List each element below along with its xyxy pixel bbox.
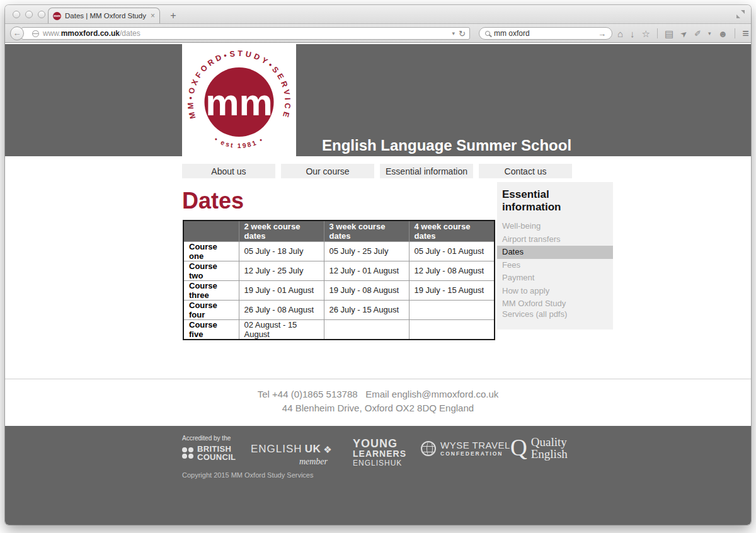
minimize-window-button[interactable] <box>25 11 33 18</box>
row-label: Course two <box>183 261 239 280</box>
contact-tel: Tel +44 (0)1865 513788 <box>258 389 358 399</box>
logo-monogram: mm <box>205 81 273 123</box>
fullscreen-icon[interactable] <box>736 10 745 18</box>
sidebar-item-how-to-apply[interactable]: How to apply <box>497 285 613 298</box>
clipboard-icon[interactable]: ▤ <box>665 29 673 38</box>
zoom-window-button[interactable] <box>38 11 45 18</box>
table-cell: 12 July - 01 August <box>324 261 409 280</box>
search-input[interactable]: mm oxford <box>494 29 594 38</box>
sidebar-item-dates[interactable]: Dates <box>497 246 613 259</box>
nav-item-essential-information[interactable]: Essential information <box>380 164 473 178</box>
row-label: Course three <box>183 280 239 300</box>
nav-item-contact-us[interactable]: Contact us <box>479 164 572 178</box>
site-identity-icon[interactable] <box>32 30 39 37</box>
table-row: Course five 02 August - 15 August <box>183 319 495 340</box>
table-cell: 19 July - 01 August <box>239 280 324 300</box>
essential-information-sidebar: Essential information Well-being Airport… <box>497 182 613 330</box>
site-footer: Accredited by the BRITISH COUNCIL ENGLIS… <box>5 426 751 525</box>
browser-tab[interactable]: mm Dates | MM Oxford Study ... × <box>48 8 160 23</box>
menu-icon[interactable]: ≡ <box>742 27 749 40</box>
sidebar-item-all-pdfs[interactable]: MM Oxford Study Services (all pdfs) <box>497 297 613 321</box>
table-cell: 02 August - 15 August <box>239 319 324 340</box>
wyse-line2: CONFEDERATION <box>440 450 510 457</box>
compose-icon[interactable]: ✐ <box>694 30 701 38</box>
quality-english-line2: English <box>531 448 568 460</box>
english-uk-bold: UK <box>305 443 321 456</box>
contact-address: 44 Blenheim Drive, Oxford OX2 8DQ Englan… <box>5 401 751 415</box>
young-learners-line2: LEARNERS <box>353 449 406 459</box>
send-icon[interactable]: ➤ <box>679 28 689 39</box>
tab-title: Dates | MM Oxford Study ... <box>65 12 147 20</box>
english-uk-diamond-icon: ❖ <box>323 445 332 454</box>
table-cell: 19 July - 15 August <box>409 280 495 300</box>
british-council-logo: Accredited by the BRITISH COUNCIL <box>182 435 236 461</box>
young-learners-logo: YOUNG LEARNERS ENGLISHUK <box>353 438 406 467</box>
course-dates-table: 2 week course dates 3 week course dates … <box>183 220 495 340</box>
table-cell <box>409 300 495 319</box>
column-header-4week: 4 week course dates <box>409 221 495 241</box>
accredited-by-label: Accredited by the <box>182 435 236 442</box>
page-viewport: mm MM•OXFORD•STUDY•SERVICES• • est 1981 … <box>5 43 751 525</box>
row-label: Course five <box>183 319 239 340</box>
contact-line-1: Tel +44 (0)1865 513788 Email english@mmo… <box>5 387 751 401</box>
search-go-icon[interactable]: → <box>598 29 606 38</box>
table-header-row: 2 week course dates 3 week course dates … <box>183 221 495 241</box>
search-bar[interactable]: mm oxford → <box>479 27 612 40</box>
table-cell <box>409 319 495 340</box>
table-cell: 05 July - 25 July <box>324 241 409 261</box>
mm-logo-graphic: mm MM•OXFORD•STUDY•SERVICES• • est 1981 … <box>182 44 296 160</box>
table-cell <box>324 319 409 340</box>
close-window-button[interactable] <box>13 11 20 18</box>
compose-dropdown-icon[interactable]: ▾ <box>708 30 711 37</box>
quality-english-line1: Quality <box>531 436 568 448</box>
english-uk-light: ENGLISH <box>251 443 302 456</box>
tab-close-icon[interactable]: × <box>151 11 155 20</box>
downloads-icon[interactable]: ↓ <box>630 29 635 38</box>
url-path: /dates <box>120 29 140 38</box>
table-cell: 26 July - 15 August <box>324 300 409 319</box>
british-council-dots-icon <box>182 447 193 459</box>
browser-window: mm Dates | MM Oxford Study ... × + ← www… <box>5 5 751 525</box>
toolbar-icons: ⌂ ↓ ☆ ▤ ➤ ✐ ▾ ☻ ≡ <box>617 24 749 43</box>
table-row: Course two 12 July - 25 July 12 July - 0… <box>183 261 495 280</box>
window-controls <box>13 11 45 18</box>
tab-favicon: mm <box>53 12 61 20</box>
url-domain: mmoxford.co.uk <box>61 29 120 38</box>
contact-email: Email english@mmoxford.co.uk <box>365 389 498 399</box>
sidebar-item-airport-transfers[interactable]: Airport transfers <box>497 233 613 246</box>
young-learners-line3: ENGLISHUK <box>353 459 406 467</box>
nav-item-about-us[interactable]: About us <box>182 164 275 178</box>
titlebar: mm Dates | MM Oxford Study ... × + <box>5 5 751 24</box>
content-divider <box>5 379 751 379</box>
english-uk-member: member <box>251 457 328 467</box>
row-label: Course one <box>183 241 239 261</box>
page-title: Dates <box>182 188 244 214</box>
url-dropdown-icon[interactable]: ▾ <box>452 30 455 37</box>
reload-icon[interactable]: ↻ <box>459 29 466 38</box>
row-label: Course four <box>183 300 239 319</box>
sidebar-item-fees[interactable]: Fees <box>497 259 613 272</box>
home-icon[interactable]: ⌂ <box>617 29 623 38</box>
nav-item-our-course[interactable]: Our course <box>281 164 374 178</box>
search-icon[interactable] <box>485 31 490 36</box>
table-cell: 12 July - 25 July <box>239 261 324 280</box>
table-cell: 26 July - 08 August <box>239 300 324 319</box>
table-cell: 05 July - 01 August <box>409 241 495 261</box>
sidebar-item-payment[interactable]: Payment <box>497 272 613 285</box>
column-header-3week: 3 week course dates <box>324 221 409 241</box>
new-tab-button[interactable]: + <box>166 10 180 21</box>
table-cell: 12 July - 08 August <box>409 261 495 280</box>
back-button[interactable]: ← <box>10 26 24 40</box>
sidebar-item-well-being[interactable]: Well-being <box>497 220 613 233</box>
british-council-line2: COUNCIL <box>197 453 236 461</box>
mm-logo[interactable]: mm MM•OXFORD•STUDY•SERVICES• • est 1981 … <box>182 44 296 160</box>
toolbar-separator <box>657 28 658 38</box>
bookmark-star-icon[interactable]: ☆ <box>642 29 650 38</box>
sidebar-title: Essential information <box>497 186 613 220</box>
table-row: Course one 05 July - 18 July 05 July - 2… <box>183 241 495 261</box>
url-text: www.mmoxford.co.uk/dates <box>43 29 140 38</box>
wyse-line1: WYSE TRAVEL <box>440 440 510 450</box>
url-www: www. <box>43 29 61 38</box>
url-bar[interactable]: www.mmoxford.co.uk/dates ▾ ↻ <box>21 27 470 40</box>
chat-icon[interactable]: ☻ <box>718 29 728 38</box>
